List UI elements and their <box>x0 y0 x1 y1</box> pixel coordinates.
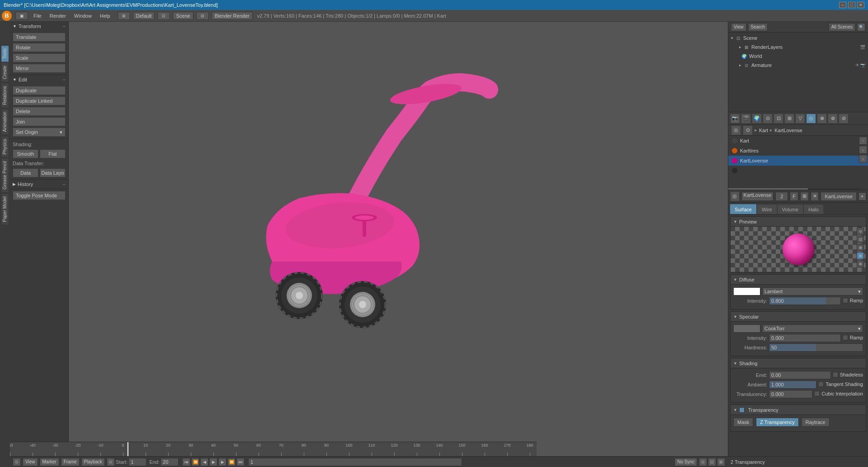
prop-icon-physics[interactable]: ⊘ <box>839 114 849 124</box>
data-layout-btn[interactable]: Data Layo <box>40 168 66 177</box>
specular-ramp-checkbox[interactable] <box>843 335 848 340</box>
menu-render[interactable]: Render <box>46 11 70 20</box>
mat-list-up[interactable]: ↑ <box>859 137 867 145</box>
prop-icon-texture[interactable]: ⊗ <box>817 114 827 124</box>
material-kartlovense[interactable]: KartLovense <box>728 156 868 166</box>
play-next-key[interactable]: ⏩ <box>227 458 236 466</box>
outliner-world[interactable]: 🌍 World <box>728 52 868 61</box>
play-jump-end[interactable]: ⏭ <box>236 458 245 466</box>
pb-icon-1[interactable]: ⊙ <box>699 458 707 466</box>
diffuse-intensity-bar[interactable]: 0.800 <box>769 297 841 305</box>
prop-icon-render[interactable]: 📷 <box>730 114 740 124</box>
transparency-header[interactable]: ▼ Transparency <box>731 405 866 415</box>
specular-color-swatch[interactable] <box>733 324 760 333</box>
toggle-pose-btn[interactable]: Toggle Pose Mode <box>13 191 66 200</box>
engine-dropdown[interactable]: Blender Render <box>212 12 253 20</box>
preview-header[interactable]: ▼ Preview <box>731 217 866 227</box>
tab-animation[interactable]: Animation <box>1 109 9 135</box>
ambient-bar[interactable]: 1.000 <box>769 381 816 389</box>
diffuse-header[interactable]: ▼ Diffuse <box>731 275 866 285</box>
path-back-btn[interactable]: ◎ <box>731 125 741 135</box>
prop-icon-particles[interactable]: ⊛ <box>828 114 838 124</box>
prop-icon-material[interactable]: ◎ <box>806 114 816 124</box>
tab-surface[interactable]: Surface <box>730 204 756 214</box>
status-frame-btn[interactable]: Frame <box>61 458 80 466</box>
current-frame-display[interactable]: 1 <box>248 458 462 466</box>
smooth-btn[interactable]: Smooth <box>13 149 38 158</box>
close-button[interactable]: ✕ <box>857 2 864 8</box>
scroll-thumb[interactable] <box>728 188 808 190</box>
translate-btn[interactable]: Translate <box>13 33 66 42</box>
scale-btn[interactable]: Scale <box>13 53 66 62</box>
prop-icon-constraints[interactable]: ⊡ <box>774 114 783 124</box>
outliner-search-icon[interactable]: 🔍 <box>857 23 865 31</box>
specular-intensity-bar[interactable]: 0.000 <box>769 334 841 342</box>
layout-dropdown[interactable]: Default <box>133 12 155 20</box>
tab-tools[interactable]: Tools <box>1 45 9 62</box>
preview-icon-4[interactable]: ⊛ <box>857 252 864 259</box>
transform-header[interactable]: ▼ Transform ─ <box>10 22 68 31</box>
translucency-bar[interactable]: 0.000 <box>769 390 812 398</box>
join-btn[interactable]: Join <box>13 117 66 126</box>
tangent-checkbox[interactable] <box>818 381 824 387</box>
timeline-cursor[interactable] <box>127 442 128 456</box>
tab-grease-pencil[interactable]: Grease Pencil <box>1 158 9 193</box>
status-playback-btn[interactable]: Playback <box>81 458 105 466</box>
scene-icon[interactable]: ⊡ <box>157 12 170 20</box>
pb-icon-2[interactable]: ⊡ <box>708 458 716 466</box>
mat-copy-btn[interactable]: ⊞ <box>800 192 809 201</box>
emit-bar[interactable]: 0.00 <box>769 371 831 379</box>
play-next-frame[interactable]: ▶ <box>218 458 226 466</box>
status-marker-btn[interactable]: Marker <box>40 458 59 466</box>
tab-physics[interactable]: Physics <box>1 136 9 157</box>
diffuse-color-swatch[interactable] <box>733 287 760 295</box>
transparency-enabled-checkbox[interactable] <box>739 407 745 413</box>
shading-props-header[interactable]: ▼ Shading <box>731 358 866 368</box>
sync-btn[interactable]: No Sync <box>675 458 697 466</box>
specular-header[interactable]: ▼ Specular <box>731 312 866 322</box>
mirror-btn[interactable]: Mirror <box>13 64 66 73</box>
prop-icon-object[interactable]: ⊙ <box>763 114 773 124</box>
mat-f-btn[interactable]: F <box>790 192 798 201</box>
rotate-btn[interactable]: Rotate <box>13 43 66 52</box>
preview-icon-2[interactable]: ⊡ <box>857 236 864 243</box>
play-jump-start[interactable]: ⏮ <box>182 458 190 466</box>
mat-data-btn[interactable]: KartLovense <box>821 192 857 201</box>
prop-icon-data[interactable]: ▽ <box>795 114 805 124</box>
tab-halo[interactable]: Halo <box>804 204 823 214</box>
tab-wire[interactable]: Wire <box>757 204 777 214</box>
scene-dropdown[interactable]: Scene <box>173 12 193 20</box>
minimize-button[interactable]: ─ <box>839 2 846 8</box>
preview-icon-5[interactable]: ⊗ <box>857 260 864 267</box>
transparency-z-tab[interactable]: Z Transparency <box>756 418 798 427</box>
play-prev-frame[interactable]: ◀ <box>200 458 208 466</box>
delete-btn[interactable]: Delete <box>13 107 66 116</box>
viewport-3d[interactable]: View Select Add Object ⊙ Object Mode ⊞ ⊡… <box>69 22 728 467</box>
outliner-renderlayers[interactable]: ▸ ⊠ RenderLayers 🎬 <box>728 43 868 52</box>
tab-relations[interactable]: Relations <box>1 83 9 108</box>
transparency-raytrace-tab[interactable]: Raytrace <box>802 418 830 427</box>
end-frame-input[interactable]: 20 <box>160 458 179 466</box>
mat-list-down[interactable]: ↓ <box>859 146 867 154</box>
path-fwd-btn[interactable]: ⊙ <box>743 125 753 135</box>
menu-window[interactable]: Window <box>71 11 95 20</box>
outliner-search-btn[interactable]: Search <box>748 23 768 31</box>
status-view-btn[interactable]: View <box>23 458 38 466</box>
material-name-field[interactable]: KartLovense <box>741 192 774 201</box>
prop-icon-scene[interactable]: 🎬 <box>741 114 751 124</box>
path-kart[interactable]: Kart <box>759 128 768 133</box>
transparency-mask-tab[interactable]: Mask <box>733 418 753 427</box>
data-btn[interactable]: Data <box>13 168 38 177</box>
prop-icon-modifiers[interactable]: ⊞ <box>784 114 794 124</box>
layout-icon[interactable]: ⊞ <box>118 12 130 20</box>
pb-icon-3[interactable]: ⊞ <box>717 458 725 466</box>
play-btn[interactable]: ▶ <box>209 458 217 466</box>
outliner-scenes-btn[interactable]: All Scenes <box>829 23 855 31</box>
cubic-checkbox[interactable] <box>814 391 820 396</box>
duplicate-linked-btn[interactable]: Duplicate Linked <box>13 96 66 105</box>
status-icon[interactable]: ⊙ <box>13 458 21 466</box>
material-karttires[interactable]: Karttires <box>728 146 868 156</box>
preview-icon-3[interactable]: ⊞ <box>857 244 864 251</box>
maximize-button[interactable]: □ <box>848 2 855 8</box>
outliner-scene[interactable]: ▾ ⊡ Scene <box>728 33 868 43</box>
